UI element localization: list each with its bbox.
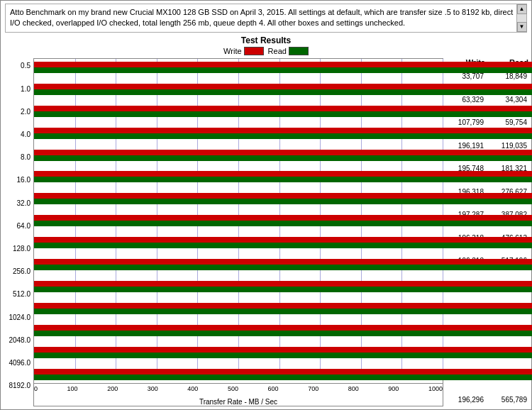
x-axis-label: 600 [268, 385, 279, 392]
x-axis-label: 0 [34, 385, 38, 392]
y-label: 1024.0 [9, 309, 31, 325]
chart-title: Test Results [4, 35, 528, 45]
write-legend-label: Write [223, 47, 241, 55]
read-bar [34, 265, 532, 270]
y-label: 0.5 [21, 58, 31, 74]
scroll-down-button[interactable]: ▼ [517, 22, 527, 32]
read-legend-label: Read [268, 47, 287, 55]
write-bar [34, 128, 532, 133]
y-label: 4096.0 [9, 355, 31, 371]
bar-row [34, 345, 443, 360]
bar-row [34, 148, 443, 162]
bar-row [34, 236, 443, 250]
write-bar [34, 62, 532, 67]
read-bar [34, 155, 532, 161]
write-value: 33,707 [446, 72, 485, 80]
value-row: 196,296565,789 [446, 392, 528, 406]
bars-container [34, 59, 443, 383]
bar-row [34, 104, 443, 118]
y-label: 2048.0 [9, 332, 31, 348]
write-bar [34, 84, 532, 89]
x-axis-label: 200 [107, 385, 118, 392]
read-bar [34, 133, 532, 139]
x-axis-label: 700 [308, 385, 318, 392]
y-label: 64.0 [17, 218, 31, 233]
read-legend-box [289, 47, 309, 55]
description-text: Atto Benchmark on my brand new Crucial M… [10, 8, 513, 27]
y-axis-labels: 0.51.02.04.08.016.032.064.0128.0256.0512… [4, 58, 33, 406]
x-axis-label: 900 [388, 385, 399, 392]
x-axis-label: 100 [67, 385, 78, 392]
chart-and-values: 01002003004005006007008009001000 Transfe… [33, 58, 528, 406]
write-value: 63,329 [446, 96, 485, 104]
read-bar [34, 331, 532, 336]
write-bar [34, 259, 532, 265]
read-value: 34,304 [489, 96, 528, 104]
bar-row [34, 214, 443, 228]
write-bar [34, 106, 532, 111]
read-value: 119,035 [489, 142, 528, 150]
read-bar [34, 177, 532, 182]
write-bar [34, 150, 532, 155]
description-box: Atto Benchmark on my brand new Crucial M… [5, 4, 527, 33]
read-value: 18,849 [489, 72, 528, 80]
bar-row [34, 126, 443, 140]
bar-row [34, 192, 443, 206]
write-legend-box [244, 47, 264, 55]
read-bar [34, 67, 532, 73]
read-legend-item: Read [268, 47, 309, 55]
write-bar [34, 215, 532, 221]
write-value: 196,296 [446, 396, 485, 404]
y-label: 512.0 [13, 287, 31, 302]
bar-chart: 01002003004005006007008009001000 Transfe… [33, 58, 443, 406]
x-axis-label: 1000 [428, 385, 443, 392]
scroll-up-button[interactable]: ▲ [517, 4, 527, 14]
scrollbar[interactable]: ▲ ▼ [516, 4, 526, 32]
x-axis-label: 400 [187, 385, 198, 392]
chart-legend: Write Read [4, 47, 528, 55]
y-label: 1.0 [21, 81, 31, 96]
read-bar [34, 375, 532, 380]
chart-area: Test Results Write Read 0.51.02.04.08.01… [1, 34, 531, 409]
bar-row [34, 257, 443, 272]
y-label: 2.0 [21, 104, 31, 119]
read-bar [34, 89, 532, 95]
y-label: 4.0 [21, 126, 31, 142]
read-bar [34, 353, 532, 358]
read-bar [34, 199, 532, 204]
bar-row [34, 367, 443, 382]
y-label: 8.0 [21, 150, 31, 165]
y-label: 16.0 [17, 172, 31, 188]
write-value: 196,191 [446, 142, 485, 150]
read-bar [34, 111, 532, 117]
y-label: 32.0 [17, 195, 31, 211]
x-axis-label: 500 [228, 385, 238, 392]
read-bar [34, 309, 532, 314]
y-label: 8192.0 [9, 378, 31, 394]
read-value: 565,789 [489, 396, 528, 404]
x-axis: 01002003004005006007008009001000 [34, 383, 443, 397]
write-legend-item: Write [223, 47, 263, 55]
write-bar [34, 325, 532, 331]
write-bar [34, 369, 532, 375]
write-bar [34, 171, 532, 177]
x-axis-label: 300 [148, 385, 158, 392]
write-value: 107,799 [446, 118, 485, 126]
write-bar [34, 281, 532, 287]
bar-row [34, 279, 443, 294]
read-bar [34, 243, 532, 248]
y-label: 128.0 [13, 241, 31, 257]
bar-row [34, 170, 443, 184]
write-bar [34, 303, 532, 309]
main-content: 0.51.02.04.08.016.032.064.0128.0256.0512… [4, 58, 528, 406]
bar-row [34, 82, 443, 96]
write-bar [34, 193, 532, 199]
read-bar [34, 221, 532, 226]
write-bar [34, 237, 532, 243]
bar-row [34, 323, 443, 338]
x-axis-label: 800 [348, 385, 359, 392]
read-bar [34, 287, 532, 292]
bar-row [34, 301, 443, 316]
y-label: 256.0 [13, 264, 31, 279]
write-bar [34, 347, 532, 353]
